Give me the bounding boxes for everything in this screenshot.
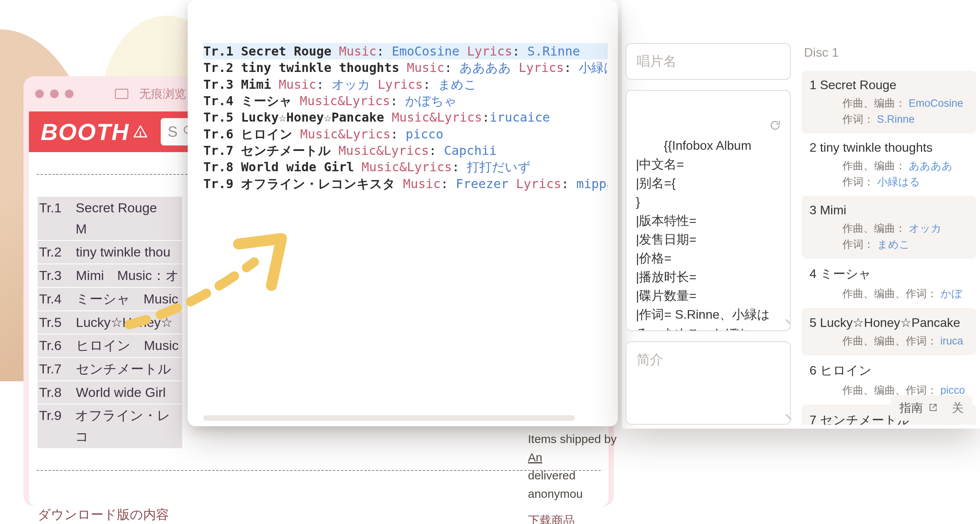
resize-handle-icon[interactable]: ||| xyxy=(784,414,791,420)
disc-track-item[interactable]: 1 Secret Rouge作曲、编曲： EmoCosine作词： S.Rinn… xyxy=(802,71,976,133)
editor-line[interactable]: Tr.7 センチメートル Music&Lyrics: Capchii xyxy=(203,142,608,159)
editor-line[interactable]: Tr.9 オフライン・レコンキスタ Music: Freezer Lyrics:… xyxy=(203,176,608,192)
window-controls[interactable] xyxy=(35,90,74,98)
infobox-textarea[interactable]: {{Infobox Album |中文名= |别名={ } |版本特性= |发售… xyxy=(626,90,791,331)
list-item: Tr.5Lucky☆Honey☆ xyxy=(38,311,182,334)
editor-line[interactable]: Tr.5 Lucky☆Honey☆Pancake Music&Lyrics:ir… xyxy=(203,109,608,126)
external-link-icon xyxy=(928,402,938,415)
disc-header: Disc 1 xyxy=(804,45,976,60)
list-item: Tr.1Secret Rouge M xyxy=(38,197,182,240)
sidebar-toggle-icon[interactable] xyxy=(115,89,128,99)
list-item: Tr.3Mimi Music：オ xyxy=(38,264,182,287)
close-label[interactable]: 关 xyxy=(952,400,964,416)
intro-textarea[interactable]: 简介 ||| xyxy=(626,341,791,425)
editor-content[interactable]: Tr.1 Secret Rouge Music: EmoCosine Lyric… xyxy=(203,43,608,192)
list-item: Tr.6ヒロイン Music xyxy=(38,334,182,357)
resize-handle-icon[interactable]: ||| xyxy=(783,318,791,326)
booth-logo[interactable]: BOOTH xyxy=(41,118,129,145)
editor-line[interactable]: Tr.6 ヒロイン Music&Lyrics: picco xyxy=(203,126,608,142)
disc-track-item[interactable]: 4 ミーシャ作曲、编曲、作词： かぼ xyxy=(802,258,976,308)
divider xyxy=(37,470,601,471)
list-item: Tr.4ミーシャ Music xyxy=(38,288,182,310)
page-text-peek: Items shipped by An delivered anonymou 下… xyxy=(528,430,630,524)
editor-line[interactable]: Tr.8 World wide Girl Music&Lyrics: 打打だいず xyxy=(203,159,608,175)
refresh-icon[interactable] xyxy=(734,99,781,156)
guide-pill[interactable]: 指南 关 xyxy=(891,395,972,421)
editor-line[interactable]: Tr.2 tiny twinkle thoughts Music: ああああ L… xyxy=(203,59,608,76)
search-text: S xyxy=(168,124,178,140)
metadata-panel: 唱片名 {{Infobox Album |中文名= |别名={ } |版本特性=… xyxy=(622,0,980,429)
list-item: Tr.2tiny twinkle thou xyxy=(38,241,182,264)
album-name-input[interactable]: 唱片名 xyxy=(626,43,791,80)
disc-track-item[interactable]: 2 tiny twinkle thoughts作曲、编曲： ああああ作词： 小緑… xyxy=(802,133,976,196)
editor-scrollbar[interactable] xyxy=(203,415,575,421)
booth-tent-icon xyxy=(132,124,149,140)
editor-line[interactable]: Tr.4 ミーシャ Music&Lyrics: かぼちゃ xyxy=(203,93,608,109)
editor-line[interactable]: Tr.1 Secret Rouge Music: EmoCosine Lyric… xyxy=(203,43,608,59)
infobox-text: {{Infobox Album |中文名= |别名={ } |版本特性= |发售… xyxy=(636,138,778,331)
list-item: Tr.8World wide Girl xyxy=(38,381,182,404)
download-heading: ダウンロード版の内容 xyxy=(38,506,600,524)
disc-track-item[interactable]: 3 Mimi作曲、编曲： オッカ作词： まめこ xyxy=(802,196,976,258)
text-editor-card: Tr.1 Secret Rouge Music: EmoCosine Lyric… xyxy=(188,0,618,426)
private-browsing-label: 无痕浏览 xyxy=(139,86,186,102)
disc-track-item[interactable]: 5 Lucky☆Honey☆Pancake作曲、编曲、作词： iruca xyxy=(802,308,976,355)
editor-line[interactable]: Tr.3 Mimi Music: オッカ Lyrics: まめこ xyxy=(203,76,608,93)
list-item: Tr.9オフライン・レコ xyxy=(38,404,182,448)
disc-tracklist: 1 Secret Rouge作曲、编曲： EmoCosine作词： S.Rinn… xyxy=(802,71,976,425)
list-item: Tr.7センチメートル xyxy=(38,358,182,380)
